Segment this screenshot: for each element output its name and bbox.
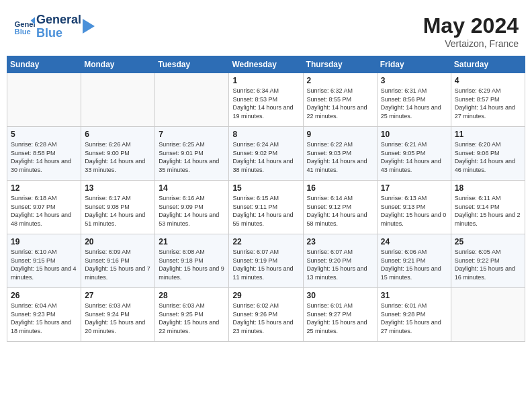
daylight-text: Daylight: 14 hours and 41 minutes. [307, 157, 373, 174]
calendar-cell [81, 73, 155, 127]
cell-content: Sunrise: 6:13 AMSunset: 9:13 PMDaylight:… [381, 194, 447, 228]
day-number: 4 [455, 76, 521, 85]
sunrise-text: Sunrise: 6:28 AM [11, 140, 77, 149]
day-number: 27 [85, 291, 151, 300]
calendar-header-row: SundayMondayTuesdayWednesdayThursdayFrid… [7, 56, 525, 73]
logo: General Blue General Blue [13, 13, 95, 40]
day-number: 7 [159, 130, 225, 139]
calendar-cell: 2Sunrise: 6:32 AMSunset: 8:55 PMDaylight… [303, 73, 377, 127]
day-number: 23 [307, 237, 373, 246]
day-number: 13 [85, 183, 151, 193]
sunrise-text: Sunrise: 6:01 AM [307, 302, 373, 310]
sunrise-text: Sunrise: 6:03 AM [159, 302, 225, 310]
sunset-text: Sunset: 9:14 PM [455, 203, 521, 212]
sunrise-text: Sunrise: 6:18 AM [11, 194, 77, 203]
daylight-text: Daylight: 14 hours and 46 minutes. [455, 157, 521, 174]
cell-content: Sunrise: 6:07 AMSunset: 9:19 PMDaylight:… [232, 248, 299, 281]
cell-content: Sunrise: 6:09 AMSunset: 9:16 PMDaylight:… [85, 248, 151, 281]
sunrise-text: Sunrise: 6:04 AM [11, 302, 77, 310]
calendar-cell: 25Sunrise: 6:05 AMSunset: 9:22 PMDayligh… [451, 234, 525, 288]
day-number: 15 [232, 183, 299, 193]
calendar-cell: 30Sunrise: 6:01 AMSunset: 9:27 PMDayligh… [303, 288, 377, 342]
day-number: 29 [232, 291, 299, 300]
daylight-text: Daylight: 15 hours and 9 minutes. [159, 265, 225, 281]
calendar-cell: 27Sunrise: 6:03 AMSunset: 9:24 PMDayligh… [81, 288, 155, 342]
sunrise-text: Sunrise: 6:06 AM [381, 248, 447, 257]
calendar-cell: 12Sunrise: 6:18 AMSunset: 9:07 PMDayligh… [7, 181, 81, 234]
sunrise-text: Sunrise: 6:31 AM [381, 87, 447, 95]
sunset-text: Sunset: 9:05 PM [381, 149, 447, 158]
sunrise-text: Sunrise: 6:09 AM [85, 248, 151, 257]
calendar-cell: 15Sunrise: 6:15 AMSunset: 9:11 PMDayligh… [229, 181, 303, 234]
calendar-cell: 9Sunrise: 6:22 AMSunset: 9:03 PMDaylight… [303, 127, 377, 181]
day-number: 19 [11, 237, 77, 246]
daylight-text: Daylight: 14 hours and 51 minutes. [85, 211, 151, 228]
day-number: 16 [307, 183, 373, 193]
sunrise-text: Sunrise: 6:22 AM [307, 140, 373, 149]
day-number: 22 [232, 237, 299, 246]
day-number: 25 [455, 237, 521, 246]
calendar-cell: 6Sunrise: 6:26 AMSunset: 9:00 PMDaylight… [81, 127, 155, 181]
day-number: 9 [307, 130, 373, 139]
day-number: 18 [455, 183, 521, 193]
day-header-tuesday: Tuesday [155, 56, 229, 73]
sunrise-text: Sunrise: 6:16 AM [159, 194, 225, 203]
day-number: 28 [159, 291, 225, 300]
calendar-week-row: 26Sunrise: 6:04 AMSunset: 9:23 PMDayligh… [7, 288, 525, 342]
calendar-cell: 8Sunrise: 6:24 AMSunset: 9:02 PMDaylight… [229, 127, 303, 181]
calendar-cell: 24Sunrise: 6:06 AMSunset: 9:21 PMDayligh… [377, 234, 451, 288]
sunrise-text: Sunrise: 6:10 AM [11, 248, 77, 257]
daylight-text: Daylight: 14 hours and 27 minutes. [455, 103, 521, 120]
daylight-text: Daylight: 15 hours and 15 minutes. [381, 265, 447, 281]
daylight-text: Daylight: 14 hours and 25 minutes. [381, 103, 447, 120]
daylight-text: Daylight: 14 hours and 22 minutes. [307, 103, 373, 120]
sunrise-text: Sunrise: 6:13 AM [381, 194, 447, 203]
calendar-cell: 18Sunrise: 6:11 AMSunset: 9:14 PMDayligh… [451, 181, 525, 234]
calendar-cell: 17Sunrise: 6:13 AMSunset: 9:13 PMDayligh… [377, 181, 451, 234]
sunset-text: Sunset: 9:08 PM [85, 203, 151, 212]
svg-text:Blue: Blue [15, 28, 31, 36]
cell-content: Sunrise: 6:28 AMSunset: 8:58 PMDaylight:… [11, 140, 77, 174]
day-number: 11 [455, 130, 521, 139]
daylight-text: Daylight: 15 hours and 23 minutes. [232, 318, 299, 335]
day-number: 31 [381, 291, 447, 300]
day-number: 21 [159, 237, 225, 246]
sunset-text: Sunset: 9:27 PM [307, 310, 373, 319]
logo-line2: Blue [36, 27, 81, 40]
sunset-text: Sunset: 9:00 PM [85, 149, 151, 158]
sunset-text: Sunset: 9:11 PM [232, 203, 299, 212]
sunset-text: Sunset: 8:57 PM [455, 95, 521, 104]
sunrise-text: Sunrise: 6:02 AM [232, 302, 299, 310]
calendar-cell: 19Sunrise: 6:10 AMSunset: 9:15 PMDayligh… [7, 234, 81, 288]
sunset-text: Sunset: 8:53 PM [232, 95, 299, 104]
daylight-text: Daylight: 14 hours and 43 minutes. [381, 157, 447, 174]
svg-marker-3 [83, 19, 95, 34]
sunset-text: Sunset: 9:19 PM [232, 257, 299, 265]
cell-content: Sunrise: 6:25 AMSunset: 9:01 PMDaylight:… [159, 140, 225, 174]
daylight-text: Daylight: 15 hours and 13 minutes. [307, 265, 373, 281]
logo-line1: General [36, 13, 81, 27]
sunrise-text: Sunrise: 6:07 AM [232, 248, 299, 257]
day-header-friday: Friday [377, 56, 451, 73]
daylight-text: Daylight: 14 hours and 55 minutes. [232, 211, 299, 228]
sunset-text: Sunset: 9:06 PM [455, 149, 521, 158]
day-number: 26 [11, 291, 77, 300]
sunset-text: Sunset: 9:25 PM [159, 310, 225, 319]
daylight-text: Daylight: 15 hours and 18 minutes. [11, 318, 77, 335]
day-number: 8 [232, 130, 299, 139]
sunset-text: Sunset: 9:09 PM [159, 203, 225, 212]
sunrise-text: Sunrise: 6:15 AM [232, 194, 299, 203]
cell-content: Sunrise: 6:11 AMSunset: 9:14 PMDaylight:… [455, 194, 521, 228]
logo-icon: General Blue [13, 16, 35, 38]
location: Vertaizon, France [423, 38, 519, 49]
cell-content: Sunrise: 6:34 AMSunset: 8:53 PMDaylight:… [232, 87, 299, 120]
calendar-cell: 22Sunrise: 6:07 AMSunset: 9:19 PMDayligh… [229, 234, 303, 288]
day-number: 2 [307, 76, 373, 85]
cell-content: Sunrise: 6:16 AMSunset: 9:09 PMDaylight:… [159, 194, 225, 228]
sunrise-text: Sunrise: 6:05 AM [455, 248, 521, 257]
cell-content: Sunrise: 6:04 AMSunset: 9:23 PMDaylight:… [11, 302, 77, 335]
sunset-text: Sunset: 8:56 PM [381, 95, 447, 104]
day-header-wednesday: Wednesday [229, 56, 303, 73]
daylight-text: Daylight: 14 hours and 53 minutes. [159, 211, 225, 228]
sunset-text: Sunset: 9:07 PM [11, 203, 77, 212]
